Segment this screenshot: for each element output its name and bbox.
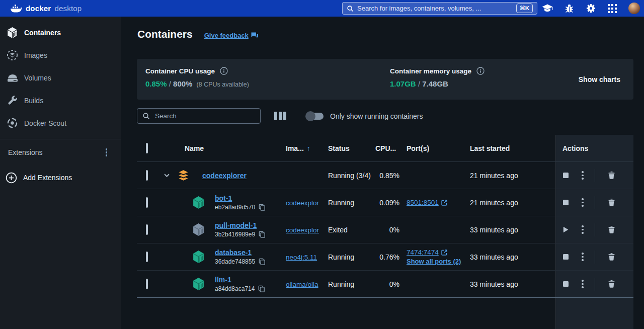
- kebab-icon[interactable]: [577, 251, 589, 263]
- image-link[interactable]: codeexplor: [286, 199, 319, 207]
- row-checkbox[interactable]: [146, 170, 148, 181]
- resource-usage-panel: Container CPU usage 0.85% / 800% (8 CPUs…: [137, 59, 633, 100]
- image-link[interactable]: codeexplor: [286, 226, 319, 234]
- stop-icon[interactable]: [559, 170, 572, 182]
- play-icon[interactable]: [559, 224, 572, 236]
- extensions-menu-kebab-icon[interactable]: [104, 147, 109, 157]
- user-avatar[interactable]: [628, 3, 640, 14]
- page-title: Containers: [137, 28, 193, 40]
- chevron-down-icon[interactable]: [164, 174, 170, 177]
- kebab-icon[interactable]: [577, 197, 589, 209]
- running-only-toggle[interactable]: [306, 113, 324, 120]
- logo-word-docker: docker: [26, 4, 51, 13]
- port-link[interactable]: 7474:7474: [407, 249, 439, 256]
- apps-icon[interactable]: [607, 3, 618, 14]
- sidebar-item-images[interactable]: Images: [0, 44, 121, 66]
- info-icon[interactable]: [476, 67, 485, 75]
- add-extensions-button[interactable]: Add Extensions: [0, 166, 121, 190]
- kebab-icon[interactable]: [577, 278, 589, 290]
- image-link[interactable]: neo4j:5.11: [286, 254, 317, 261]
- status-cell: Exited: [328, 226, 375, 234]
- trash-icon[interactable]: [605, 278, 617, 290]
- stop-icon[interactable]: [559, 197, 572, 209]
- cpu-used-value: 0.85%: [145, 79, 167, 88]
- image-link[interactable]: ollama/olla: [286, 281, 318, 288]
- cpu-cell: 0.76%: [375, 253, 407, 261]
- external-link-icon[interactable]: [441, 200, 447, 206]
- row-checkbox[interactable]: [146, 279, 148, 289]
- table-row-bot-1: bot-1 eb2a8ad9d570 codeexplor Running 0.…: [137, 189, 633, 216]
- row-checkbox[interactable]: [146, 197, 148, 208]
- select-all-checkbox[interactable]: [146, 143, 148, 153]
- copy-icon[interactable]: [259, 204, 265, 211]
- container-hexagon-icon-running: [192, 250, 205, 264]
- sidebar-item-label: Containers: [24, 29, 61, 37]
- last-started-cell: 21 minutes ago: [470, 172, 555, 180]
- copy-icon[interactable]: [259, 258, 265, 265]
- container-name-link[interactable]: database-1: [215, 249, 265, 257]
- search-shortcut-badge: ⌘K: [516, 4, 533, 13]
- show-charts-button[interactable]: Show charts: [579, 59, 620, 100]
- kebab-icon[interactable]: [577, 170, 589, 182]
- last-started-cell: 33 minutes ago: [470, 280, 555, 288]
- container-name-link[interactable]: pull-model-1: [215, 221, 265, 229]
- copy-icon[interactable]: [258, 285, 265, 292]
- show-all-ports-link[interactable]: Show all ports (2): [407, 258, 470, 265]
- bug-icon[interactable]: [564, 3, 575, 14]
- stop-icon[interactable]: [559, 251, 572, 263]
- status-cell: Running: [328, 253, 375, 261]
- container-id: a84dd8aca714: [215, 285, 255, 292]
- sidebar-item-containers[interactable]: Containers: [0, 21, 121, 44]
- running-only-toggle-label: Only show running containers: [330, 112, 423, 120]
- info-icon[interactable]: [220, 67, 228, 75]
- stop-icon[interactable]: [559, 278, 572, 290]
- sidebar-item-docker-scout[interactable]: Docker Scout: [0, 112, 121, 134]
- sidebar: Containers Images Volumes: [0, 17, 121, 329]
- column-header-ports[interactable]: Port(s): [407, 144, 470, 152]
- trash-icon[interactable]: [605, 251, 617, 263]
- compose-stack-icon: [177, 169, 190, 182]
- trash-icon[interactable]: [605, 224, 617, 236]
- actions-divider: [595, 196, 595, 209]
- port-link[interactable]: 8501:8501: [407, 199, 439, 206]
- feedback-chat-icon: [251, 32, 259, 39]
- container-search-box[interactable]: [137, 108, 261, 124]
- column-header-name[interactable]: Name: [157, 144, 286, 152]
- give-feedback-link[interactable]: Give feedback: [204, 32, 259, 39]
- column-header-image[interactable]: Ima... ↑: [286, 144, 328, 152]
- show-charts-label: Show charts: [579, 75, 620, 84]
- table-header-row: Name Ima... ↑ Status CPU... Port(s) Last…: [137, 135, 633, 162]
- cpu-cell: 0%: [375, 280, 407, 288]
- sidebar-item-volumes[interactable]: Volumes: [0, 66, 121, 89]
- kebab-icon[interactable]: [577, 224, 589, 236]
- copy-icon[interactable]: [259, 231, 265, 238]
- learning-center-icon[interactable]: [542, 3, 553, 14]
- container-name-link[interactable]: llm-1: [215, 276, 265, 284]
- column-header-cpu[interactable]: CPU...: [375, 144, 407, 152]
- container-name-link[interactable]: codeexplorer: [202, 172, 247, 180]
- cpu-note: (8 CPUs available): [197, 81, 249, 88]
- settings-icon[interactable]: [585, 3, 596, 14]
- container-search-input[interactable]: [155, 112, 255, 120]
- containers-icon: [6, 27, 19, 39]
- global-search[interactable]: ⌘K: [342, 2, 537, 15]
- main-content: Containers Give feedback Container CPU u…: [121, 17, 644, 329]
- status-cell: Running: [328, 199, 375, 207]
- container-hexagon-icon-running: [192, 277, 205, 291]
- cpu-separator: /: [169, 79, 171, 88]
- global-search-input[interactable]: [357, 5, 516, 12]
- trash-icon[interactable]: [605, 170, 617, 182]
- extensions-label: Extensions: [8, 148, 42, 156]
- container-name-link[interactable]: bot-1: [215, 194, 265, 202]
- sidebar-item-builds[interactable]: Builds: [0, 89, 121, 112]
- row-checkbox[interactable]: [146, 224, 148, 235]
- container-id: eb2a8ad9d570: [215, 204, 255, 211]
- actions-divider: [595, 169, 595, 182]
- column-header-last-started[interactable]: Last started: [470, 144, 555, 152]
- columns-icon[interactable]: [274, 112, 286, 120]
- trash-icon[interactable]: [605, 197, 617, 209]
- memory-separator: /: [418, 79, 420, 88]
- external-link-icon[interactable]: [441, 250, 447, 256]
- row-checkbox[interactable]: [146, 252, 148, 262]
- column-header-status[interactable]: Status: [328, 144, 375, 152]
